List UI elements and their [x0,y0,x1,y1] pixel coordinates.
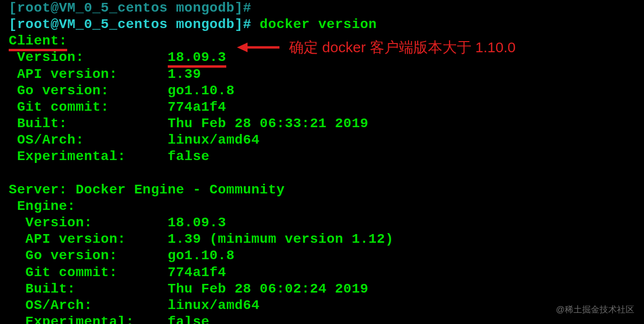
arrow-left-icon [237,41,280,54]
svg-marker-1 [237,43,248,52]
server-row: API version: 1.39 (minimum version 1.12) [9,231,635,248]
row-label: Go version: [9,248,168,263]
row-label: Git commit: [9,265,168,280]
client-row: Experimental: false [9,148,635,165]
engine-label: Engine: [9,198,635,215]
row-label: API version: [9,232,168,247]
row-label: Experimental: [9,314,168,324]
row-value: go1.10.8 [168,83,234,98]
row-label: Built: [9,116,168,131]
server-row: OS/Arch: linux/amd64 [9,297,635,314]
row-label: OS/Arch: [9,133,168,147]
row-value: 774a1f4 [168,100,226,115]
prompt-line-cut-top: [root@VM_0_5_centos mongodb]# [9,0,635,16]
row-label: API version: [9,67,168,82]
client-row: API version: 1.39 [9,66,635,83]
row-value-highlighted: 18.09.3 [168,50,226,68]
blank-line [9,165,635,182]
watermark-text: @稀土掘金技术社区 [556,305,634,315]
row-label: Built: [9,281,168,296]
annotation-callout: 确定 docker 客户端版本大于 1.10.0 [237,39,515,57]
annotation-text: 确定 docker 客户端版本大于 1.10.0 [289,39,515,57]
row-value: Thu Feb 28 06:02:24 2019 [168,281,368,296]
server-row: Version: 18.09.3 [9,215,635,231]
row-value: go1.10.8 [168,248,234,263]
client-header-text: Client: [9,33,67,51]
row-label: Version: [9,215,168,230]
row-value: 18.09.3 [168,215,226,230]
server-row: Go version: go1.10.8 [9,248,635,264]
row-label: Go version: [9,83,168,98]
row-value: Thu Feb 28 06:33:21 2019 [168,116,368,131]
command-text: docker version [260,17,377,32]
command-line: [root@VM_0_5_centos mongodb]# docker ver… [9,16,635,33]
client-row: OS/Arch: linux/amd64 [9,132,635,148]
row-value: linux/amd64 [168,298,260,313]
row-value: 1.39 (minimum version 1.12) [168,232,394,247]
prompt-text: [root@VM_0_5_centos mongodb]# [9,17,260,32]
row-value: linux/amd64 [168,133,260,147]
row-value: false [168,149,210,164]
server-header: Server: Docker Engine - Community [9,182,635,198]
server-row: Experimental: false [9,314,635,324]
row-value: 774a1f4 [168,265,226,280]
server-row: Built: Thu Feb 28 06:02:24 2019 [9,281,635,297]
row-value: false [168,314,210,324]
row-label: Git commit: [9,100,168,115]
row-label: Version: [9,50,168,65]
row-value: 1.39 [168,67,201,82]
row-label: Experimental: [9,149,168,164]
client-row: Go version: go1.10.8 [9,83,635,99]
prompt-text: [root@VM_0_5_centos mongodb]# [9,0,251,15]
row-label: OS/Arch: [9,298,168,313]
client-row: Built: Thu Feb 28 06:33:21 2019 [9,116,635,132]
client-row: Git commit: 774a1f4 [9,99,635,116]
server-row: Git commit: 774a1f4 [9,265,635,281]
